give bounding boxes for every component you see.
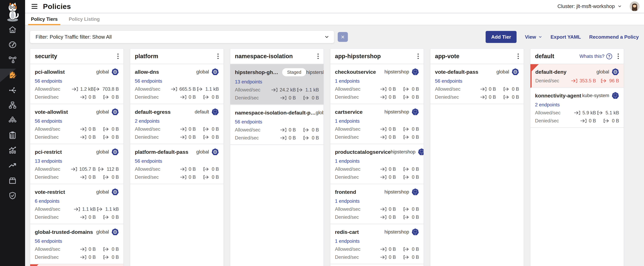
denied-label: Denied/sec (135, 94, 159, 100)
policy-card-platform-default-pass[interactable]: platform-default-pass global 56 endpoint… (130, 144, 224, 184)
allowed-in-value: 0 B (389, 86, 396, 92)
endpoints-link[interactable]: 1 endpoints (335, 198, 360, 204)
flow-visualizations-icon[interactable] (8, 86, 17, 94)
tab-policy-listing[interactable]: Policy Listing (68, 14, 100, 25)
endpoints-link[interactable]: 6 endpoints (35, 198, 60, 204)
calico-cat-logo[interactable] (4, 2, 22, 21)
allowed-out-value: 0 B (412, 126, 419, 132)
allowed-in-value: 0 B (489, 86, 496, 92)
hamburger-menu-icon[interactable] (32, 4, 38, 9)
tier-menu-button[interactable] (116, 52, 120, 60)
policy-card-quarantine[interactable]: quarantine global 0 endpoints (30, 264, 124, 266)
tier-menu-button[interactable] (516, 52, 520, 60)
ingress-icon (180, 135, 187, 140)
egress-icon (197, 87, 204, 92)
view-menu-button[interactable]: View (525, 34, 542, 40)
cluster-selector[interactable]: Cluster: jlt-msft-workshop (558, 4, 622, 9)
denied-label: Denied/sec (335, 134, 359, 140)
endpoints-link[interactable]: 13 endpoints (235, 79, 262, 85)
whats-this-link[interactable]: Whats this? ? (580, 54, 612, 59)
allowed-in-value: 5.9 kB (582, 110, 596, 116)
tier-menu-button[interactable] (616, 52, 620, 60)
policy-card-namespace-isolation-default-p[interactable]: namespace-isolation-default-p… global 56… (230, 105, 324, 145)
endpoints-link[interactable]: 1 endpoints (335, 238, 360, 244)
policy-card-vote-allowlist[interactable]: vote-allowlist global 56 endpoints Allow… (30, 104, 124, 144)
allowed-in-value: 0 B (288, 127, 296, 133)
allowed-in-value: 0 B (389, 246, 396, 252)
policy-card-redis-cart[interactable]: redis-cart hipstershop 1 endpoints Allow… (330, 224, 424, 264)
compliance-reports-icon[interactable] (8, 131, 17, 140)
scope-label: global (96, 189, 109, 195)
namespace-scope-icon (418, 148, 424, 156)
endpoints-link[interactable]: 1 endpoints (335, 78, 360, 84)
endpoints-link[interactable]: 56 endpoints (35, 118, 62, 124)
policy-card-allow-dns[interactable]: allow-dns global 56 endpoints Allowed/se… (130, 64, 224, 104)
ingress-icon (280, 96, 287, 100)
export-yaml-button[interactable]: Export YAML (550, 34, 581, 40)
recommend-policy-button[interactable]: Recommend a Policy (589, 34, 639, 40)
endpoints-icon[interactable] (8, 101, 17, 110)
statistics-icon[interactable] (8, 146, 17, 155)
avatar[interactable] (630, 2, 640, 11)
policy-name: default-egress (135, 109, 170, 115)
allowed-per-sec-row: Allowed/sec 0 B 0 B (335, 86, 419, 92)
tier-cards: pci-allowlist global 56 endpoints Allowe… (30, 64, 124, 266)
policy-card-konnectivity-agent[interactable]: konnectivity-agent kube-system 2 endpoin… (530, 88, 624, 128)
allowed-per-sec-row: Allowed/sec 665.5 B 1.1 kB (135, 86, 219, 92)
endpoints-link[interactable]: 56 endpoints (435, 78, 462, 84)
endpoints-link[interactable]: 13 endpoints (35, 158, 62, 164)
tier-menu-button[interactable] (316, 52, 320, 60)
denied-per-sec-row: Denied/sec 0 B 0 B (335, 94, 419, 100)
policy-card-default-egress[interactable]: default-egress default 2 endpoints Allow… (130, 104, 224, 144)
tier-menu-button[interactable] (416, 52, 420, 60)
endpoints-link[interactable]: 56 endpoints (135, 78, 162, 84)
endpoints-link[interactable]: 2 endpoints (535, 102, 560, 108)
policy-card-vote-default-pass[interactable]: vote-default-pass global 56 endpoints Al… (430, 64, 524, 104)
policy-card-cartservice[interactable]: cartservice hipstershop 1 endpoints Allo… (330, 104, 424, 144)
egress-icon (403, 247, 410, 252)
egress-icon (103, 127, 110, 132)
tier-menu-button[interactable] (216, 52, 220, 60)
ingress-icon (280, 128, 287, 132)
endpoints-link[interactable]: 1 endpoints (335, 158, 360, 164)
allowed-in-value: 0 B (389, 206, 396, 212)
egress-icon (103, 247, 110, 252)
allowed-per-sec-row: Allowed/sec 0 B 0 B (35, 126, 119, 132)
add-tier-button[interactable]: Add Tier (486, 31, 516, 43)
endpoints-link[interactable]: 56 endpoints (35, 238, 62, 244)
ingress-icon (80, 255, 87, 260)
policy-card-emailservice[interactable]: emailservice hipstershop 1 endpoints All… (330, 264, 424, 266)
policy-card-pci-restrict[interactable]: pci-restrict global 13 endpoints Allowed… (30, 144, 124, 184)
policy-card-productcatalogservice[interactable]: productcatalogservice hipstershop 1 endp… (330, 144, 424, 184)
clusters-icon[interactable] (8, 116, 17, 124)
policy-card-pci-allowlist[interactable]: pci-allowlist global 56 endpoints Allowe… (30, 64, 124, 104)
packages-icon[interactable] (8, 176, 17, 185)
dashboard-icon[interactable] (8, 40, 17, 49)
home-icon[interactable] (8, 25, 17, 34)
endpoints-link[interactable]: 2 endpoints (135, 118, 160, 124)
policy-card-vote-restrict[interactable]: vote-restrict global 6 endpoints Allowed… (30, 184, 124, 224)
tab-policy-tiers[interactable]: Policy Tiers (30, 14, 58, 25)
chevron-down-icon (618, 4, 622, 8)
scope-label: default (195, 109, 209, 115)
denied-in-value: 0 B (489, 94, 496, 100)
clear-filter-button[interactable]: × (338, 32, 348, 42)
trends-icon[interactable] (8, 161, 17, 170)
tier-column-platform: platform allow-dns global 56 endpoints A… (130, 49, 224, 266)
policy-card-global-trusted-domains[interactable]: global-trusted-domains global 56 endpoin… (30, 224, 124, 264)
policy-card-default-deny[interactable]: default-deny global Denied/sec 353.5 B 9… (530, 64, 624, 88)
endpoints-link[interactable]: 1 endpoints (335, 118, 360, 124)
policy-card-hipstershop-gh[interactable]: hipstershop-gh… Staged hipstershop 13 en… (230, 64, 324, 105)
threat-defense-icon[interactable] (8, 191, 17, 200)
denied-out-value: 0 B (212, 174, 219, 180)
policy-traffic-filter-select[interactable]: Filter: Policy Traffic filter: Show All (30, 31, 334, 43)
policy-card-checkoutservice[interactable]: checkoutservice hipstershop 1 endpoints … (330, 64, 424, 104)
service-graph-icon[interactable] (8, 56, 17, 64)
namespace-scope-icon (212, 108, 219, 116)
endpoints-link[interactable]: 56 endpoints (135, 158, 162, 164)
endpoints-link[interactable]: 56 endpoints (235, 119, 262, 125)
policy-card-frontend[interactable]: frontend hipstershop 1 endpoints Allowed… (330, 184, 424, 224)
global-scope-icon (112, 228, 119, 236)
scope-label: global (596, 69, 609, 75)
endpoints-link[interactable]: 56 endpoints (35, 78, 62, 84)
